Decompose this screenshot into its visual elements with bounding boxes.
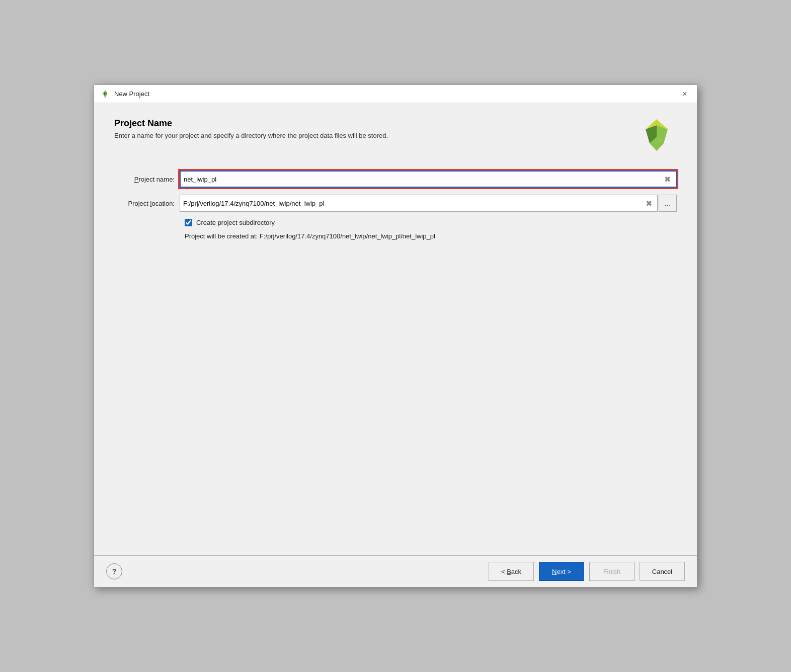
vivado-logo-icon bbox=[637, 118, 677, 153]
create-subdirectory-label[interactable]: Create project subdirectory bbox=[196, 219, 275, 226]
create-subdirectory-row: Create project subdirectory bbox=[114, 219, 677, 226]
project-path-info: Project will be created at: F:/prj/veril… bbox=[114, 232, 677, 240]
title-bar-left: New Project bbox=[100, 89, 149, 99]
project-location-input-container: ✖ bbox=[180, 195, 658, 212]
new-project-dialog: New Project × Project Name Enter a name … bbox=[94, 85, 697, 587]
project-name-label: Project name: bbox=[114, 176, 180, 183]
back-button[interactable]: < Back bbox=[489, 562, 534, 581]
browse-button[interactable]: … bbox=[659, 195, 677, 212]
project-location-label: Project location: bbox=[114, 200, 180, 207]
finish-button[interactable]: Finish bbox=[589, 562, 635, 581]
form-section: Project name: ✖ Project location: bbox=[114, 171, 677, 240]
section-heading: Project Name bbox=[114, 118, 388, 129]
project-location-clear-button[interactable]: ✖ bbox=[643, 198, 654, 209]
create-subdirectory-checkbox[interactable] bbox=[185, 219, 192, 226]
project-name-input-wrapper: ✖ bbox=[180, 171, 677, 188]
dialog-title: New Project bbox=[114, 90, 149, 98]
close-button[interactable]: × bbox=[679, 88, 691, 100]
project-name-input[interactable] bbox=[184, 176, 662, 183]
project-name-input-container: ✖ bbox=[180, 171, 677, 188]
header-row: Project Name Enter a name for your proje… bbox=[114, 118, 677, 153]
dialog-content: Project Name Enter a name for your proje… bbox=[94, 103, 697, 555]
section-description: Enter a name for your project and specif… bbox=[114, 132, 388, 139]
title-bar: New Project × bbox=[94, 85, 697, 103]
cancel-button[interactable]: Cancel bbox=[640, 562, 685, 581]
help-button[interactable]: ? bbox=[106, 563, 122, 579]
project-location-row: Project location: ✖ … bbox=[114, 195, 677, 212]
project-location-input[interactable] bbox=[183, 200, 643, 207]
footer-right: < Back Next > Finish Cancel bbox=[489, 562, 685, 581]
header-text: Project Name Enter a name for your proje… bbox=[114, 118, 388, 139]
project-location-input-wrapper: ✖ … bbox=[180, 195, 677, 212]
footer: ? < Back Next > Finish Cancel bbox=[94, 555, 697, 587]
vivado-title-icon bbox=[100, 89, 110, 99]
footer-left: ? bbox=[106, 563, 122, 579]
project-name-clear-button[interactable]: ✖ bbox=[662, 174, 673, 185]
project-name-row: Project name: ✖ bbox=[114, 171, 677, 188]
next-button[interactable]: Next > bbox=[539, 562, 584, 581]
